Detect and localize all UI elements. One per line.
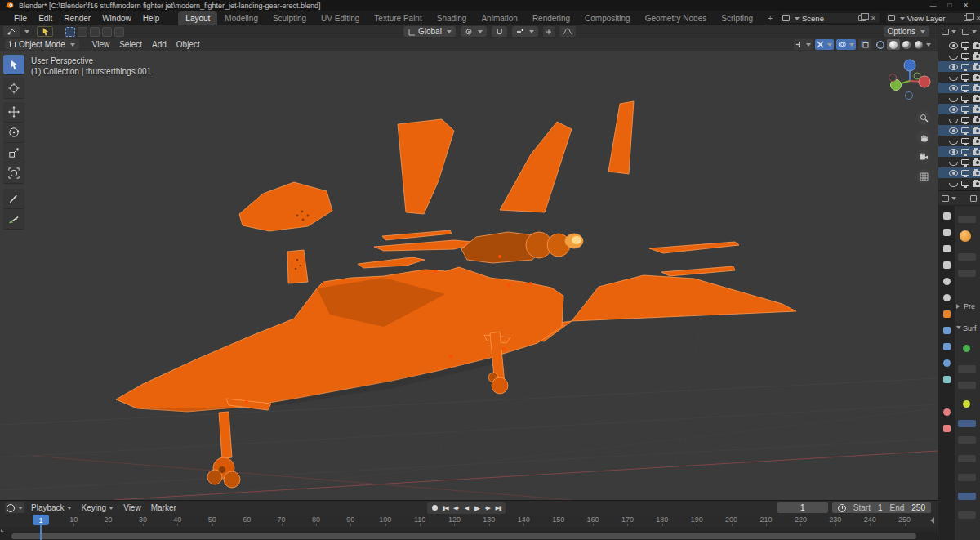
workspace-tab[interactable]: Animation [474,11,524,25]
disable-render-icon[interactable] [973,139,980,145]
surface-color-swatch[interactable] [963,345,970,352]
workspace-tab[interactable]: UV Editing [314,11,367,25]
workspace-tab[interactable]: Sculpting [265,11,314,25]
visibility-eye-icon[interactable] [949,170,958,176]
viewport-menu-item[interactable]: View [87,38,115,51]
visibility-eye-icon[interactable] [949,141,958,145]
disable-render-icon[interactable] [973,86,980,91]
outliner-row[interactable] [938,83,980,93]
jump-to-end-button[interactable]: ▶▮ [493,503,503,513]
visibility-eye-icon[interactable] [949,42,958,49]
show-gizmo-dropdown[interactable] [794,39,813,50]
visibility-eye-icon[interactable] [949,106,958,113]
start-frame-value[interactable]: 1 [878,503,883,512]
visibility-eye-icon[interactable] [949,183,958,187]
jet-tail-fin-left[interactable] [398,119,454,214]
outliner-display-mode-icon[interactable] [942,29,949,35]
disable-viewport-icon[interactable] [961,149,969,154]
value-slider[interactable] [958,493,976,500]
disable-render-icon[interactable] [973,75,980,81]
render-tab[interactable] [939,227,954,238]
jet-wing-strip-right-1[interactable] [649,242,739,253]
value-field[interactable] [958,455,976,462]
jet-fin-far-right[interactable] [608,101,634,174]
auto-keying-clock-icon[interactable] [838,504,846,512]
menu-item[interactable]: Window [96,12,137,25]
physics-tab[interactable] [939,358,954,368]
new-view-layer-icon[interactable] [964,15,972,21]
select-mode-set-icon[interactable] [65,27,75,37]
workspace-tab[interactable]: Geometry Nodes [638,11,715,25]
pin-id-icon[interactable] [970,195,977,202]
viewport-menu-item[interactable]: Object [172,38,205,51]
close-button[interactable]: ✕ [963,2,969,9]
select-mode-invert-icon[interactable] [102,27,112,37]
jump-to-start-button[interactable]: ▮◀ [440,503,450,513]
visibility-eye-icon[interactable] [949,77,958,81]
particles-tab[interactable] [939,341,954,352]
value-field[interactable] [958,511,976,519]
outliner-row[interactable] [938,104,980,114]
world-tab[interactable] [939,292,954,303]
output-tab[interactable] [939,243,954,254]
outliner-row[interactable] [938,178,980,189]
value-field[interactable] [958,382,976,389]
pan-hand-icon[interactable] [916,130,931,145]
shading-material-button[interactable] [900,39,913,50]
timeline-menu-item[interactable]: Keying [77,502,119,514]
modifiers-tab[interactable] [939,325,954,336]
workspace-tab[interactable]: Compositing [577,11,638,25]
disable-viewport-icon[interactable] [961,159,969,165]
properties-editor-type-icon[interactable] [942,195,949,202]
proportional-falloff-dropdown[interactable] [559,26,576,37]
tool-scale[interactable] [3,143,24,163]
timeline-editor-type-dropdown[interactable] [5,502,24,513]
value-field[interactable] [958,474,976,481]
outliner-row[interactable] [938,72,980,83]
menu-item[interactable]: Edit [33,12,58,25]
outliner-row[interactable] [938,157,980,167]
select-mode-intersect-icon[interactable] [114,27,124,37]
xray-toggle[interactable] [858,39,871,50]
workspace-tab[interactable]: Texture Paint [367,11,429,25]
disable-viewport-icon[interactable] [961,96,969,101]
camera-view-icon[interactable] [916,150,931,164]
timeline-ruler[interactable]: 1020304050607080901001101201301401501601… [0,515,938,527]
timeline-menu-item[interactable]: Playback [26,502,77,514]
visibility-eye-icon[interactable] [949,149,958,155]
disable-viewport-icon[interactable] [961,181,969,186]
menu-item[interactable]: File [8,12,33,25]
workspace-tab[interactable]: Layout [178,11,217,25]
disable-viewport-icon[interactable] [961,127,969,133]
jet-stabilizer-strip-3[interactable] [358,257,425,268]
shading-solid-button[interactable] [887,39,900,50]
texture-tab[interactable] [939,423,954,434]
menu-item[interactable]: Help [137,12,166,25]
disable-render-icon[interactable] [973,107,980,113]
timeline-collapse-icon[interactable] [927,517,934,524]
viewport-menu-item[interactable]: Add [147,38,172,51]
shading-wireframe-button[interactable] [874,39,887,50]
tool-tab[interactable] [939,211,954,221]
jet-tail-fin-right[interactable] [500,122,572,212]
outliner-row[interactable] [938,146,980,157]
visibility-eye-icon[interactable] [949,162,958,166]
color-swatch[interactable] [963,400,970,408]
visibility-eye-icon[interactable] [949,64,958,70]
tool-move[interactable] [3,102,24,122]
overlays-toggle[interactable] [836,39,856,50]
new-scene-icon[interactable] [858,15,866,21]
outliner-filter-icon[interactable] [962,29,969,35]
remove-view-layer-icon[interactable]: ✕ [974,15,980,22]
material-tab[interactable] [939,407,954,417]
transform-orientation-dropdown[interactable]: Global [403,26,456,37]
viewport-menu-item[interactable]: Select [114,38,147,51]
gizmos-toggle[interactable] [815,39,834,50]
next-keyframe-button[interactable]: •▶ [483,503,492,513]
outliner-row[interactable] [938,61,980,72]
outliner-row[interactable] [938,167,980,178]
navigation-gizmo[interactable] [885,56,934,105]
disable-render-icon[interactable] [973,128,980,134]
jet-canopy-piece[interactable] [239,182,332,231]
disable-viewport-icon[interactable] [961,53,969,59]
